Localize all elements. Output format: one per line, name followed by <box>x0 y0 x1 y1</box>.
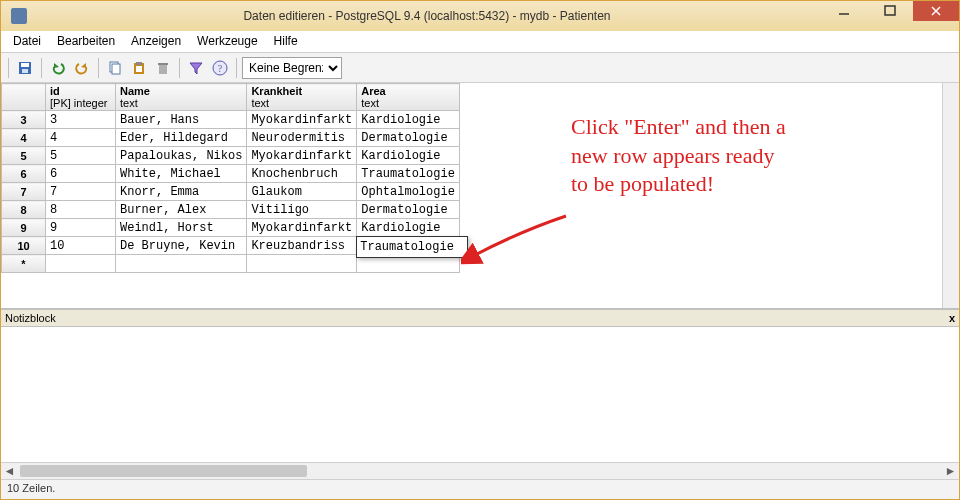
cell-krankheit[interactable]: Myokardinfarkt <box>247 111 357 129</box>
cell-name[interactable]: Weindl, Horst <box>116 219 247 237</box>
col-header-id[interactable]: id [PK] integer <box>46 84 116 111</box>
cell-empty[interactable] <box>116 255 247 273</box>
annotation-arrow <box>461 211 571 271</box>
menu-view[interactable]: Anzeigen <box>123 31 189 52</box>
cell-name[interactable]: Knorr, Emma <box>116 183 247 201</box>
cell-area[interactable]: Traumatologie <box>357 165 460 183</box>
row-header[interactable]: 5 <box>2 147 46 165</box>
scratchpad-close-button[interactable]: x <box>949 312 955 324</box>
table-row[interactable]: 88Burner, AlexVitiligoDermatologie <box>2 201 460 219</box>
cell-name[interactable]: Bauer, Hans <box>116 111 247 129</box>
cell-id[interactable]: 9 <box>46 219 116 237</box>
svg-rect-13 <box>158 63 168 65</box>
scroll-thumb[interactable] <box>20 465 307 477</box>
row-header-new[interactable]: * <box>2 255 46 273</box>
cell-id[interactable]: 6 <box>46 165 116 183</box>
table-row[interactable]: 99Weindl, HorstMyokardinfarktKardiologie <box>2 219 460 237</box>
cell-id[interactable]: 5 <box>46 147 116 165</box>
cell-area[interactable]: Dermatologie <box>357 201 460 219</box>
cell-id[interactable]: 4 <box>46 129 116 147</box>
window-controls <box>821 1 959 21</box>
scroll-right-arrow[interactable]: ► <box>942 463 959 479</box>
delete-button[interactable] <box>152 57 174 79</box>
table-row[interactable]: 55Papaloukas, NikosMyokardinfarktKardiol… <box>2 147 460 165</box>
menu-edit[interactable]: Bearbeiten <box>49 31 123 52</box>
cell-krankheit[interactable]: Neurodermitis <box>247 129 357 147</box>
corner-header[interactable] <box>2 84 46 111</box>
cell-id[interactable]: 10 <box>46 237 116 255</box>
cell-id[interactable]: 3 <box>46 111 116 129</box>
cell-name[interactable]: Eder, Hildegard <box>116 129 247 147</box>
row-header[interactable]: 6 <box>2 165 46 183</box>
vertical-scrollbar[interactable] <box>942 83 959 308</box>
scroll-left-arrow[interactable]: ◄ <box>1 463 18 479</box>
copy-button[interactable] <box>104 57 126 79</box>
col-header-name[interactable]: Name text <box>116 84 247 111</box>
svg-rect-12 <box>159 65 167 74</box>
table-row[interactable]: 1010De Bruyne, KevinKreuzbandriss <box>2 237 460 255</box>
menubar: Datei Bearbeiten Anzeigen Werkzeuge Hilf… <box>1 31 959 53</box>
row-header[interactable]: 7 <box>2 183 46 201</box>
row-header[interactable]: 3 <box>2 111 46 129</box>
titlebar: Daten editieren - PostgreSQL 9.4 (localh… <box>1 1 959 31</box>
window-title: Daten editieren - PostgreSQL 9.4 (localh… <box>33 9 821 23</box>
cell-area[interactable]: Kardiologie <box>357 219 460 237</box>
cell-name[interactable]: Papaloukas, Nikos <box>116 147 247 165</box>
table-row[interactable]: 44Eder, HildegardNeurodermitisDermatolog… <box>2 129 460 147</box>
cell-area[interactable]: Dermatologie <box>357 129 460 147</box>
row-limit-select[interactable]: Keine Begrenzu <box>242 57 342 79</box>
app-window: Daten editieren - PostgreSQL 9.4 (localh… <box>0 0 960 500</box>
cell-name[interactable]: White, Michael <box>116 165 247 183</box>
menu-help[interactable]: Hilfe <box>266 31 306 52</box>
scratchpad-body[interactable] <box>1 327 959 462</box>
menu-tools[interactable]: Werkzeuge <box>189 31 265 52</box>
minimize-button[interactable] <box>821 1 867 21</box>
table-row[interactable]: 33Bauer, HansMyokardinfarktKardiologie <box>2 111 460 129</box>
scratchpad-header[interactable]: Notizblock x <box>1 309 959 327</box>
horizontal-scrollbar[interactable]: ◄ ► <box>1 462 959 479</box>
help-button[interactable]: ? <box>209 57 231 79</box>
main-area: id [PK] integer Name text Krankheit text <box>1 83 959 479</box>
cell-area[interactable]: Kardiologie <box>357 147 460 165</box>
cell-krankheit[interactable]: Knochenbruch <box>247 165 357 183</box>
cell-krankheit[interactable]: Glaukom <box>247 183 357 201</box>
svg-rect-10 <box>136 62 142 65</box>
data-grid[interactable]: id [PK] integer Name text Krankheit text <box>1 83 959 309</box>
maximize-button[interactable] <box>867 1 913 21</box>
cell-area[interactable]: Kardiologie <box>357 111 460 129</box>
svg-rect-1 <box>885 6 895 15</box>
svg-rect-8 <box>112 64 120 74</box>
cell-id[interactable]: 7 <box>46 183 116 201</box>
status-bar: 10 Zeilen. <box>1 479 959 499</box>
row-header[interactable]: 8 <box>2 201 46 219</box>
cell-area[interactable]: Ophtalmologie <box>357 183 460 201</box>
cell-id[interactable]: 8 <box>46 201 116 219</box>
cell-krankheit[interactable]: Myokardinfarkt <box>247 147 357 165</box>
scratchpad-title: Notizblock <box>5 312 56 324</box>
row-header[interactable]: 9 <box>2 219 46 237</box>
table-row[interactable]: 77Knorr, EmmaGlaukomOphtalmologie <box>2 183 460 201</box>
col-header-krankheit[interactable]: Krankheit text <box>247 84 357 111</box>
cell-name[interactable]: Burner, Alex <box>116 201 247 219</box>
redo-button[interactable] <box>71 57 93 79</box>
paste-button[interactable] <box>128 57 150 79</box>
col-header-area[interactable]: Area text <box>357 84 460 111</box>
row-header[interactable]: 10 <box>2 237 46 255</box>
cell-krankheit[interactable]: Myokardinfarkt <box>247 219 357 237</box>
data-table: id [PK] integer Name text Krankheit text <box>1 83 460 273</box>
cell-krankheit[interactable]: Vitiligo <box>247 201 357 219</box>
cell-empty[interactable] <box>46 255 116 273</box>
cell-krankheit[interactable]: Kreuzbandriss <box>247 237 357 255</box>
cell-area-editing[interactable] <box>357 237 460 255</box>
svg-rect-5 <box>21 63 29 67</box>
close-button[interactable] <box>913 1 959 21</box>
cell-empty[interactable] <box>247 255 357 273</box>
save-button[interactable] <box>14 57 36 79</box>
undo-button[interactable] <box>47 57 69 79</box>
cell-editor-input[interactable] <box>356 236 468 258</box>
table-row[interactable]: 66White, MichaelKnochenbruchTraumatologi… <box>2 165 460 183</box>
menu-file[interactable]: Datei <box>5 31 49 52</box>
filter-button[interactable] <box>185 57 207 79</box>
row-header[interactable]: 4 <box>2 129 46 147</box>
cell-name[interactable]: De Bruyne, Kevin <box>116 237 247 255</box>
